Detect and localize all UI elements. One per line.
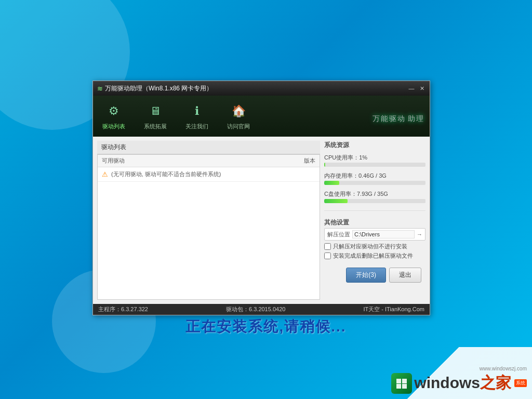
toolbar-visit-site[interactable]: 🏠 访问官网 <box>223 100 254 132</box>
checkbox-label-1: 只解压对应驱动但不进行安装 <box>333 243 407 250</box>
memory-label: 内存使用率：0.46G / 3G <box>324 172 425 180</box>
memory-resource: 内存使用率：0.46G / 3G <box>324 172 425 185</box>
watermark-logo-icon <box>391 373 412 394</box>
title-bar-left: ≋ 万能驱动助理（Win8.1.x86 网卡专用） <box>97 84 212 93</box>
driver-warning-row: ⚠ (无可用驱动, 驱动可能不适合当前硬件系统) <box>98 167 320 182</box>
action-bar: 开始(3) 退出 <box>324 264 425 286</box>
main-window: ≋ 万能驱动助理（Win8.1.x86 网卡专用） — ✕ ⚙ 驱动列表 🖥 系… <box>92 81 430 315</box>
driver-pack-version: 驱动包：6.3.2015.0420 <box>226 305 285 313</box>
toolbar-about-us[interactable]: ℹ 关注我们 <box>181 100 212 132</box>
watermark: www.windowszj.com windows之家 系统 <box>366 342 532 399</box>
site-info: IT天空 - ITianKong.Com <box>363 305 424 313</box>
warning-icon: ⚠ <box>102 170 108 178</box>
quit-button[interactable]: 退出 <box>389 268 421 283</box>
svg-rect-3 <box>402 384 407 389</box>
sys-panel: 系统资源 CPU使用率：1% 内存使用率：0.46G / 3G <box>324 141 425 300</box>
extract-path-row: 解压位置 C:\Drivers → <box>324 228 425 241</box>
extract-label: 解压位置 <box>327 231 350 238</box>
checkbox-delete-after[interactable] <box>324 252 331 259</box>
toolbar-driver-list[interactable]: ⚙ 驱动列表 <box>98 100 129 132</box>
watermark-text: windows之家 <box>414 373 511 394</box>
browse-arrow[interactable]: → <box>417 231 422 237</box>
watermark-content: www.windowszj.com windows之家 系统 <box>391 366 527 394</box>
other-settings-title: 其他设置 <box>324 218 425 227</box>
disk-label: C盘使用率：7.93G / 35G <box>324 190 425 198</box>
other-settings: 其他设置 解压位置 C:\Drivers → 只解压对应驱动但不进行安装 安装完… <box>324 218 425 261</box>
checkbox-label-2: 安装完成后删除已解压驱动文件 <box>333 252 413 260</box>
logo-sub-text: 助理 <box>408 114 424 123</box>
title-controls: — ✕ <box>408 85 425 92</box>
status-bar: 主程序：6.3.27.322 驱动包：6.3.2015.0420 IT天空 - … <box>93 304 430 315</box>
memory-progress-bg <box>324 181 425 185</box>
driver-warning-text: (无可用驱动, 驱动可能不适合当前硬件系统) <box>111 170 221 178</box>
toolbar: ⚙ 驱动列表 🖥 系统拓展 ℹ 关注我们 🏠 访问官网 万能驱动助理 <box>93 96 430 137</box>
sys-expand-label: 系统拓展 <box>144 123 167 130</box>
logo-main-text: 万能驱动 <box>373 114 406 123</box>
start-button[interactable]: 开始(3) <box>346 268 386 283</box>
col-version: 版本 <box>304 157 315 165</box>
cpu-label: CPU使用率：1% <box>324 154 425 162</box>
app-logo: 万能驱动助理 <box>370 108 424 125</box>
disk-resource: C盘使用率：7.93G / 35G <box>324 190 425 203</box>
col-available: 可用驱动 <box>102 157 125 165</box>
cpu-progress-bg <box>324 163 425 167</box>
svg-rect-0 <box>396 379 401 383</box>
monitor-icon: 🖥 <box>146 102 165 121</box>
memory-progress-fill <box>324 181 339 185</box>
divider <box>324 210 425 211</box>
svg-rect-1 <box>402 379 407 383</box>
title-bar: ≋ 万能驱动助理（Win8.1.x86 网卡专用） — ✕ <box>93 81 430 96</box>
driver-list-label: 驱动列表 <box>102 123 125 130</box>
watermark-tag: 系统 <box>514 379 527 387</box>
driver-table-header: 可用驱动 版本 <box>98 155 320 167</box>
toolbar-buttons: ⚙ 驱动列表 🖥 系统拓展 ℹ 关注我们 🏠 访问官网 <box>98 100 254 132</box>
driver-list-panel: 驱动列表 可用驱动 版本 ⚠ (无可用驱动, 驱动可能不适合当前硬件系统) <box>97 141 320 300</box>
disk-progress-bg <box>324 199 425 203</box>
cpu-progress-fill <box>324 163 325 167</box>
installing-text: 正在安装系统,请稍候... <box>0 317 532 337</box>
checkbox-row-2: 安装完成后删除已解压驱动文件 <box>324 252 425 260</box>
toolbar-sys-expand[interactable]: 🖥 系统拓展 <box>140 100 171 132</box>
svg-rect-2 <box>396 384 401 389</box>
checkbox-only-extract[interactable] <box>324 243 331 250</box>
sys-resources-title: 系统资源 <box>324 141 425 150</box>
disk-progress-fill <box>324 199 348 203</box>
minimize-button[interactable]: — <box>408 85 415 92</box>
info-icon: ℹ <box>188 102 206 121</box>
watermark-url: www.windowszj.com <box>480 366 527 371</box>
content-area: 驱动列表 可用驱动 版本 ⚠ (无可用驱动, 驱动可能不适合当前硬件系统) 系统… <box>93 137 430 304</box>
checkbox-row-1: 只解压对应驱动但不进行安装 <box>324 243 425 250</box>
wifi-icon: ≋ <box>97 85 103 92</box>
windows-logo-svg <box>395 377 408 390</box>
cpu-resource: CPU使用率：1% <box>324 154 425 167</box>
visit-site-label: 访问官网 <box>227 123 250 130</box>
extract-path-value[interactable]: C:\Drivers <box>352 230 415 238</box>
main-program-version: 主程序：6.3.27.322 <box>98 305 148 313</box>
watermark-logo: windows之家 系统 <box>391 373 527 394</box>
driver-panel-title: 驱动列表 <box>97 141 320 154</box>
home-icon: 🏠 <box>229 102 248 121</box>
driver-table: 可用驱动 版本 ⚠ (无可用驱动, 驱动可能不适合当前硬件系统) <box>97 154 320 300</box>
window-title: 万能驱动助理（Win8.1.x86 网卡专用） <box>105 84 212 93</box>
close-button[interactable]: ✕ <box>418 85 425 92</box>
about-us-label: 关注我们 <box>185 123 208 130</box>
gear-icon: ⚙ <box>104 102 123 121</box>
